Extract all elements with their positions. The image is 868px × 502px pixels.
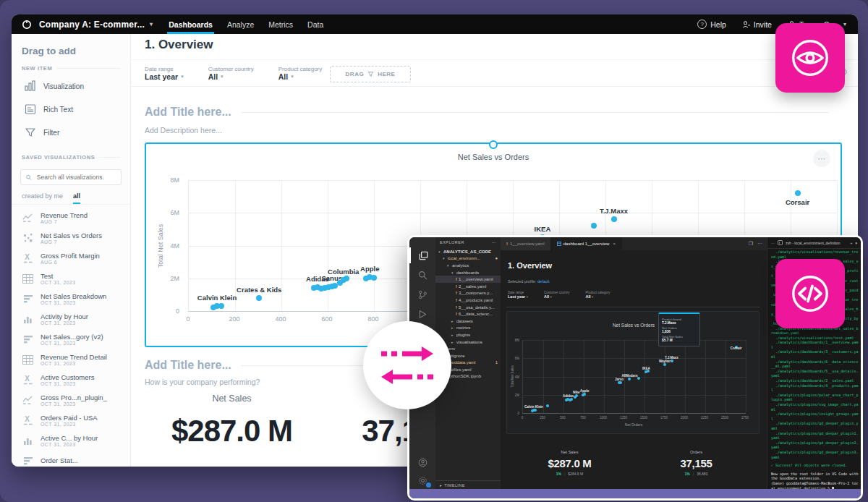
scatter-point[interactable] bbox=[570, 398, 573, 401]
filter-product-category[interactable]: Product category All▾ bbox=[278, 66, 322, 81]
scatter-point-crates-kids[interactable] bbox=[256, 295, 262, 301]
scatter-point-allmodern[interactable] bbox=[628, 378, 631, 380]
kpi-net-sales[interactable]: Net Sales $287.0 M bbox=[145, 393, 319, 448]
filter-customer-country[interactable]: Customer country All ▾ bbox=[544, 291, 570, 299]
settings-gear-icon[interactable] bbox=[409, 472, 435, 488]
sidebar-title: Drag to add bbox=[12, 34, 130, 62]
drag-filter-here-dropzone[interactable]: DRAG HERE bbox=[330, 66, 411, 82]
nav-dashboards[interactable]: Dashboards bbox=[169, 14, 213, 34]
timeline-section[interactable]: ▸ TIMELINE bbox=[435, 480, 501, 489]
new-item-visualization[interactable]: Visualization bbox=[12, 75, 130, 98]
run-debug-icon[interactable] bbox=[409, 306, 435, 322]
tree-item-analytics[interactable]: ▾analytics bbox=[435, 262, 501, 269]
saved-viz-item[interactable]: Revenue Trend AUG 7 bbox=[12, 208, 130, 228]
invite-button[interactable]: Invite bbox=[742, 20, 772, 29]
scatter-point[interactable] bbox=[534, 409, 537, 412]
tree-item-1-overview-yaml[interactable]: !1__overview.yaml bbox=[435, 276, 501, 283]
chevron-down-icon: ▾ bbox=[291, 74, 294, 80]
tree-item-5-usa-details-y-[interactable]: !5__usa_details.y... bbox=[435, 304, 501, 311]
viz-type-icon bbox=[22, 355, 34, 365]
tree-item-datasets[interactable]: ▸datasets bbox=[435, 318, 501, 325]
nav-metrics[interactable]: Metrics bbox=[268, 14, 293, 34]
search-icon[interactable] bbox=[409, 267, 435, 283]
tab-overview-yaml[interactable]: ! 1__overview.yaml bbox=[501, 237, 551, 250]
scatter-point-t-j-maxx[interactable] bbox=[671, 360, 673, 362]
saved-viz-item[interactable]: Test OCT 31, 2023 bbox=[12, 268, 130, 289]
tab-all[interactable]: all bbox=[73, 192, 80, 204]
scatter-point[interactable] bbox=[546, 404, 549, 407]
nav-analyze[interactable]: Analyze bbox=[227, 14, 254, 34]
help-button[interactable]: ? Help bbox=[697, 20, 726, 29]
new-item-filter[interactable]: Filter bbox=[12, 121, 130, 144]
scatter-point[interactable] bbox=[371, 275, 377, 281]
scatter-point[interactable] bbox=[218, 303, 224, 309]
tab-created-by-me[interactable]: created by me bbox=[22, 192, 63, 204]
scatter-point[interactable] bbox=[647, 370, 650, 373]
tree-item-metrics[interactable]: ▸metrics bbox=[435, 325, 501, 332]
rich-text-icon bbox=[25, 103, 36, 115]
search-input[interactable] bbox=[35, 173, 116, 182]
scatter-point[interactable] bbox=[637, 377, 640, 380]
terminal-line: ./analytics/plugins/insight_groups.yaml bbox=[771, 412, 859, 421]
tree-item-4-products-yaml[interactable]: !4__products.yaml bbox=[435, 297, 501, 304]
workspace-switcher[interactable]: Company A: E-commer... ▾ bbox=[39, 20, 153, 30]
viz-type-icon bbox=[22, 456, 34, 466]
editor-more-icon[interactable]: ⋯ bbox=[757, 241, 762, 247]
files-icon[interactable] bbox=[409, 247, 435, 263]
scatter-point[interactable] bbox=[344, 276, 349, 281]
scatter-point[interactable] bbox=[591, 223, 597, 229]
scatter-point-wayfair[interactable] bbox=[663, 363, 666, 366]
saved-viz-item[interactable]: Gross Pro...n_plugin_ OCT 31, 2023 bbox=[12, 390, 130, 410]
explorer-more-icon[interactable]: ⋯ bbox=[492, 240, 496, 244]
saved-viz-item[interactable]: Net Sales vs Orders AUG 7 bbox=[12, 228, 130, 248]
panel-more-icon[interactable]: ⋯ bbox=[771, 241, 775, 245]
terminal-line: ./analytics/visualisations/revenue_trend… bbox=[771, 250, 859, 259]
tree-item-6-data-scienc-[interactable]: !6__data_scienc... bbox=[435, 310, 501, 318]
tree-item-local-environm-[interactable]: ▾local_environm...● bbox=[435, 255, 501, 263]
tree-item-dashboards[interactable]: ▾dashboards bbox=[435, 269, 501, 276]
widget-resize-handle[interactable] bbox=[489, 140, 498, 149]
nav-data[interactable]: Data bbox=[307, 14, 323, 34]
saved-viz-item[interactable]: Net Sales Breakdown OCT 31, 2023 bbox=[12, 289, 130, 309]
tree-item-3-customers-y-[interactable]: !3__customers.y... bbox=[435, 290, 501, 297]
account-icon[interactable] bbox=[409, 454, 435, 470]
section1-description-placeholder[interactable]: Add Description here... bbox=[145, 126, 222, 135]
section1-title-placeholder[interactable]: Add Title here... bbox=[145, 106, 829, 119]
filter-product-category[interactable]: Product category All ▾ bbox=[585, 291, 610, 299]
widget-menu-button[interactable]: ⋯ bbox=[813, 150, 830, 167]
x-tick-label: 1000 bbox=[600, 416, 607, 420]
tree-item-2-sales-yaml[interactable]: !2__sales.yaml bbox=[435, 283, 501, 290]
filter-customer-country[interactable]: Customer country All▾ bbox=[208, 66, 254, 81]
saved-viz-item[interactable]: Active C... by Hour OCT 31, 2023 bbox=[12, 430, 130, 451]
tab-dashboard-overview[interactable]: dashboard 1__overview × bbox=[551, 237, 622, 250]
tree-item-plugins[interactable]: ▸plugins bbox=[435, 331, 501, 339]
previous-value: 36,880 bbox=[697, 472, 707, 476]
saved-viz-item[interactable]: Revenue Trend Detail OCT 31, 2023 bbox=[12, 349, 130, 370]
source-control-icon[interactable] bbox=[409, 286, 435, 302]
saved-viz-item[interactable]: X Active Customers OCT 31, 2023 bbox=[12, 370, 130, 390]
section2-description[interactable]: How is your company performing? bbox=[145, 378, 260, 386]
saved-viz-item[interactable]: X Orders Paid - USA OCT 31, 2023 bbox=[12, 410, 130, 430]
kpi-net-sales[interactable]: Net Sales $287.0 M 1%|$284.6 M bbox=[506, 446, 633, 488]
saved-viz-item[interactable]: Order Stat... bbox=[12, 451, 130, 467]
close-icon[interactable]: × bbox=[613, 242, 616, 246]
new-item-rich-text[interactable]: Rich Text bbox=[12, 98, 130, 121]
scatter-point[interactable] bbox=[619, 381, 622, 384]
point-label: Apple bbox=[360, 265, 379, 273]
scatter-point-corsair[interactable] bbox=[795, 190, 801, 196]
bidirectional-arrows-icon bbox=[380, 344, 435, 387]
chevron-down-icon[interactable]: ▾ bbox=[855, 241, 857, 245]
tree-root[interactable]: ▾ANALYTICS_AS_CODE bbox=[435, 248, 501, 255]
scatter-point-apple[interactable] bbox=[583, 393, 586, 396]
scatter-point-nike[interactable] bbox=[575, 394, 578, 397]
kpi-orders[interactable]: Orders 37,155 1%|36,880 bbox=[633, 446, 760, 488]
saved-viz-item[interactable]: Activity by Hour OCT 31, 2023 bbox=[12, 309, 130, 329]
filter-date-range[interactable]: Date range Last year▾ bbox=[145, 66, 184, 81]
new-terminal-icon[interactable]: + bbox=[851, 241, 853, 245]
saved-viz-item[interactable]: Net Sales...gory (v2) OCT 31, 2023 bbox=[12, 329, 130, 349]
split-editor-icon[interactable]: ❐ bbox=[749, 241, 753, 247]
scatter-point-t-j-maxx[interactable] bbox=[611, 216, 617, 222]
x-tick-label: 1750 bbox=[660, 416, 668, 420]
filter-date-range[interactable]: Date range Last year ▾ bbox=[508, 291, 528, 299]
saved-viz-item[interactable]: X Gross Profit Margin AUG 6 bbox=[12, 248, 130, 268]
